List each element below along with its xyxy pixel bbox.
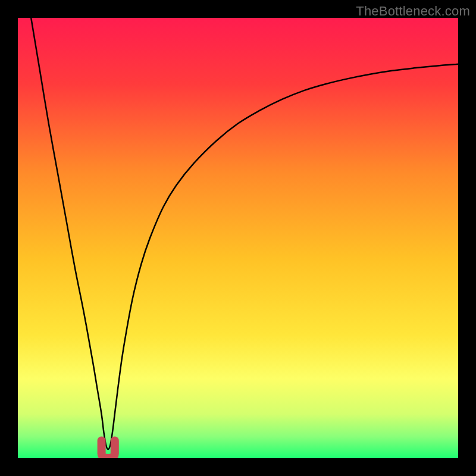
chart-svg [18,18,458,458]
chart-background [18,18,458,458]
chart-frame: TheBottleneck.com [0,0,476,476]
plot-area [18,18,458,458]
watermark-text: TheBottleneck.com [356,4,470,19]
